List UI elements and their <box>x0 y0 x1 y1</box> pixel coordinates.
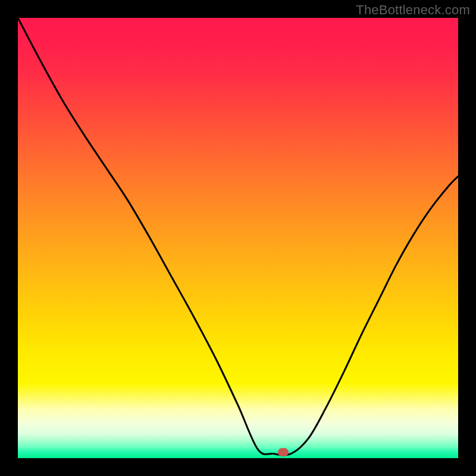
optimum-marker <box>278 448 289 456</box>
curve-svg <box>18 18 458 458</box>
watermark-text: TheBottleneck.com <box>356 2 470 18</box>
bottleneck-curve-path <box>18 18 458 455</box>
plot-area <box>18 18 458 458</box>
chart-frame: TheBottleneck.com <box>0 0 476 476</box>
